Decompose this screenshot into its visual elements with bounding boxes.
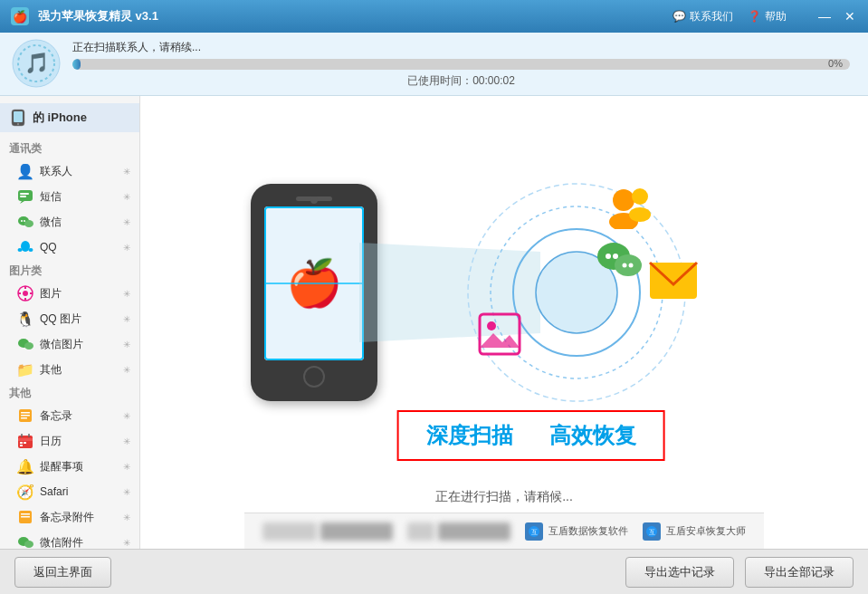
ad-hd-icon: 互 [525,522,543,541]
contacts-sparkle: ✳ [123,167,130,177]
note-attachments-sparkle: ✳ [123,513,130,522]
category-photos: 图片类 [0,260,139,281]
svg-point-54 [613,254,618,259]
ad-android-icon: 互 [643,522,661,541]
export-all-btn[interactable]: 导出全部记录 [745,557,854,588]
ad-item-1-blurred [262,522,393,541]
header-progress-section: 正在扫描联系人，请稍续... 0% 已使用时间：00:00:02 [63,40,859,89]
ad-item-2-label: 互盾安卓恢复大师 [666,524,746,538]
device-icon-area: 🎵 [9,37,63,91]
ad-item-1-label: 互盾数据恢复软件 [548,524,628,538]
scan-text-box: 深度扫描 高效恢复 [397,410,665,461]
svg-point-7 [17,123,19,125]
svg-point-16 [21,241,30,252]
progress-bar: 0% [72,59,850,70]
ad-item-hd-recovery: 互 互盾数据恢复软件 [525,522,628,541]
sidebar-item-calendar[interactable]: 日历 ✳ [0,428,139,454]
scanning-status: 正在进行扫描，请稍候... [435,489,573,503]
sms-icon [16,187,34,206]
title-bar: 🍎 强力苹果恢复精灵 v3.1 💬 联系我们 ❓ 帮助 — ✕ [0,0,868,33]
sidebar-item-wechat-files[interactable]: 微信附件 ✳ [0,530,139,549]
calendar-label: 日历 [40,434,123,449]
sidebar-item-qq[interactable]: QQ ✳ [0,235,139,260]
minimize-btn[interactable]: — [816,7,834,25]
notes-sparkle: ✳ [123,411,130,421]
svg-point-50 [632,188,648,205]
ad-item-2-blurred [407,522,510,541]
svg-point-15 [24,220,25,222]
svg-rect-40 [21,516,30,518]
sidebar-item-notes[interactable]: 备忘录 ✳ [0,403,139,428]
sidebar-item-wechat[interactable]: 微信 ✳ [0,209,139,235]
svg-text:互: 互 [531,529,538,535]
note-attachments-label: 备忘录附件 [40,510,123,525]
scanning-label: 正在扫描联系人，请稍续... [72,40,850,55]
svg-rect-39 [21,513,30,515]
svg-rect-32 [18,438,33,441]
content-area: 🍎 [140,96,868,549]
wechat-icon [16,213,34,231]
phone-graphic: 🍎 [251,184,377,401]
scan-border [264,206,364,360]
progress-percent: 0% [828,59,843,69]
phone-camera [310,196,318,204]
sidebar-item-qq-photos[interactable]: 🐧 QQ 图片 ✳ [0,306,139,331]
qq-photos-icon: 🐧 [16,310,34,328]
contact-us-btn[interactable]: 💬 联系我们 [672,9,733,24]
ad-blur-4 [438,522,510,541]
sidebar-item-other[interactable]: 📁 其他 ✳ [0,357,139,382]
svg-rect-11 [20,196,26,197]
qq-icon [16,238,34,256]
sidebar-item-contacts[interactable]: 👤 联系人 ✳ [0,158,139,184]
svg-point-17 [18,248,23,252]
app-window: 🍎 强力苹果恢复精灵 v3.1 💬 联系我们 ❓ 帮助 — ✕ 🎵 [0,0,868,594]
calendar-sparkle: ✳ [123,436,130,446]
category-other: 其他 [0,382,139,403]
ad-blur-2 [320,522,393,541]
back-to-home-btn[interactable]: 返回主界面 [14,557,111,588]
reminders-icon: 🔔 [16,457,34,475]
notes-icon [16,407,34,425]
svg-point-56 [623,263,627,267]
svg-point-48 [613,189,634,211]
sidebar-item-photos[interactable]: 图片 ✳ [0,281,139,306]
svg-text:🍎: 🍎 [13,9,28,24]
export-selected-btn[interactable]: 导出选中记录 [625,557,734,588]
progress-time: 已使用时间：00:00:02 [72,73,850,89]
close-btn[interactable]: ✕ [841,7,859,25]
help-btn[interactable]: ❓ 帮助 [748,9,787,24]
safari-sparkle: ✳ [123,487,130,497]
safari-icon: 🧭 [16,483,34,501]
safari-label: Safari [40,485,123,498]
sidebar-item-note-attachments[interactable]: 备忘录附件 ✳ [0,504,139,530]
phone-screen: 🍎 [264,206,364,360]
sidebar-item-safari[interactable]: 🧭 Safari ✳ [0,479,139,504]
svg-point-59 [487,321,496,331]
sidebar: 的 iPhone 通讯类 👤 联系人 ✳ 短信 ✳ [0,96,140,549]
sidebar-item-reminders[interactable]: 🔔 提醒事项 ✳ [0,454,139,479]
photos-label: 图片 [40,286,123,302]
wechat-label: 微信 [40,215,123,230]
qq-label: QQ [40,241,123,254]
ad-blur-1 [262,522,317,541]
window-controls: — ✕ [816,7,859,25]
photo-float-icon [477,311,522,360]
wechat-files-icon [16,533,34,549]
chat-icon: 💬 [672,10,686,23]
svg-text:互: 互 [649,529,655,535]
wechat-photos-label: 微信图片 [40,337,123,352]
other-label: 其他 [40,362,123,378]
note-attachments-icon [16,508,34,526]
reminders-sparkle: ✳ [123,462,130,472]
svg-point-26 [24,342,33,350]
sidebar-item-sms[interactable]: 短信 ✳ [0,184,139,209]
svg-point-53 [606,254,611,259]
svg-point-14 [21,220,23,222]
footer: 返回主界面 导出选中记录 导出全部记录 [0,549,868,594]
calendar-icon [16,432,34,450]
sidebar-item-wechat-photos[interactable]: 微信图片 ✳ [0,331,139,357]
qq-photos-label: QQ 图片 [40,311,123,327]
svg-point-55 [615,254,642,276]
svg-rect-35 [20,445,23,446]
wechat-photos-icon [16,335,34,353]
